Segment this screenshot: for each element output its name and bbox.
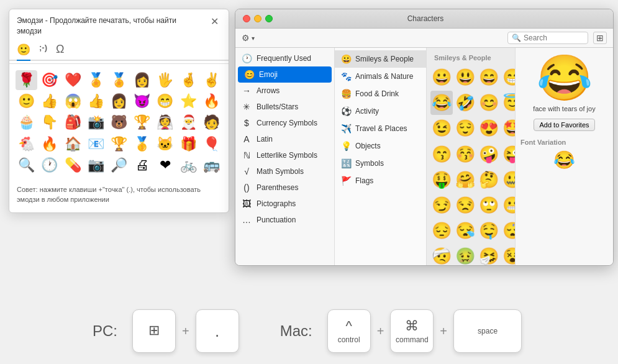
win-emoji-v[interactable]: ✌️ [201, 70, 222, 90]
win-emoji-bride[interactable]: 👰 [154, 112, 176, 132]
mac-emoji-45[interactable]: 😵 [501, 244, 515, 265]
mac-emoji-15[interactable]: 🤩 [501, 116, 515, 140]
mac-cat-parens[interactable]: () Parentheses [235, 180, 334, 196]
win-emoji-person[interactable]: 🧑 [201, 112, 222, 132]
mac-emoji-37[interactable]: 😪 [454, 219, 476, 243]
mac-grid-view-button[interactable]: ⊞ [593, 32, 607, 44]
win-emoji-clock[interactable]: 🕐 [39, 155, 60, 175]
win-close-button[interactable]: ✕ [208, 16, 221, 28]
win-emoji-thumbsup[interactable]: 👍 [39, 91, 60, 111]
win-emoji-rose[interactable]: 🌹 [16, 70, 37, 90]
mac-emoji-21[interactable]: 😜 [501, 142, 515, 166]
win-emoji-woman2[interactable]: 👩 [108, 91, 130, 111]
win-emoji-star[interactable]: ⭐ [178, 91, 199, 111]
mac-cat-pictographs[interactable]: 🖼 Pictographs [235, 196, 334, 212]
win-emoji-bus[interactable]: 🚌 [201, 155, 222, 175]
win-tab-smiley[interactable]: 🙂 [17, 43, 30, 61]
win-emoji-trophy[interactable]: 🏆 [131, 112, 153, 132]
win-emoji-balloon[interactable]: 🎈 [201, 134, 222, 154]
mac-emoji-38[interactable]: 🤤 [478, 219, 500, 243]
mac-subcat-food[interactable]: 🍔 Food & Drink [335, 85, 426, 102]
mac-emoji-9[interactable]: 😇 [501, 91, 515, 115]
mac-cat-letterlike[interactable]: ℕ Letterlike Symbols [235, 147, 334, 163]
mac-emoji-8[interactable]: 😊 [478, 91, 500, 115]
mac-emoji-33[interactable]: 😬 [501, 193, 515, 217]
win-emoji-mag[interactable]: 🔎 [108, 155, 130, 175]
mac-emoji-32[interactable]: 🙄 [478, 193, 500, 217]
win-emoji-fire2[interactable]: 🔥 [201, 91, 222, 111]
mac-cat-latin[interactable]: A Latin [235, 131, 334, 147]
mac-emoji-19[interactable]: 😚 [454, 142, 476, 166]
mac-add-to-favorites-button[interactable]: Add to Favorites [534, 119, 594, 131]
win-emoji-smile[interactable]: 🙂 [16, 91, 37, 111]
win-emoji-fingers[interactable]: 🤞 [178, 70, 199, 90]
win-emoji-santa[interactable]: 🎅 [178, 112, 199, 132]
mac-emoji-13[interactable]: 😌 [454, 116, 476, 140]
mac-cat-math[interactable]: √ Math Symbols [235, 163, 334, 180]
win-emoji-chicken[interactable]: 🐔 [16, 134, 37, 154]
win-emoji-devil[interactable]: 😈 [131, 91, 153, 111]
mac-emoji-14[interactable]: 😍 [478, 116, 500, 140]
control-key[interactable]: ^ control [327, 309, 371, 353]
mac-emoji-0[interactable]: 😀 [430, 65, 453, 89]
mac-emoji-44[interactable]: 🤧 [478, 244, 500, 265]
win-emoji-thumbsup2[interactable]: 👍 [85, 91, 107, 111]
mac-search-input[interactable] [524, 34, 584, 42]
mac-gear-button[interactable]: ⚙ ▾ [242, 33, 255, 43]
windows-key[interactable]: ⊞ [132, 309, 176, 353]
space-key[interactable]: space [453, 309, 522, 353]
win-emoji-bear[interactable]: 🐻 [108, 112, 130, 132]
win-emoji-scream[interactable]: 😱 [61, 91, 83, 111]
win-tab-text[interactable]: ;-) [39, 43, 47, 56]
mac-emoji-39[interactable]: 😴 [501, 219, 515, 243]
mac-emoji-27[interactable]: 🤐 [501, 168, 515, 192]
win-emoji-medal1[interactable]: 🏅 [85, 70, 107, 90]
mac-emoji-26[interactable]: 🤔 [478, 168, 500, 192]
win-emoji-camera[interactable]: 📸 [85, 112, 107, 132]
mac-emoji-31[interactable]: 😒 [454, 193, 476, 217]
mac-cat-currency[interactable]: $ Currency Symbols [235, 115, 334, 131]
win-emoji-house[interactable]: 🏠 [61, 134, 83, 154]
win-emoji-cat[interactable]: 🐱 [154, 134, 176, 154]
win-emoji-medal2[interactable]: 🏅 [108, 70, 130, 90]
mac-emoji-2[interactable]: 😄 [478, 65, 500, 89]
win-emoji-email[interactable]: 📧 [85, 134, 107, 154]
mac-subcat-animals[interactable]: 🐾 Animals & Nature [335, 68, 426, 85]
win-emoji-finger[interactable]: 👇 [39, 112, 60, 132]
mac-cat-frequently-used[interactable]: 🕐 Frequently Used [235, 50, 334, 66]
mac-subcat-flags[interactable]: 🚩 Flags [335, 172, 426, 189]
command-key[interactable]: ⌘ command [390, 309, 434, 353]
win-emoji-printer[interactable]: 🖨 [131, 155, 153, 175]
mac-subcat-activity[interactable]: ⚽ Activity [335, 102, 426, 120]
mac-font-variation-emoji[interactable]: 😂 [553, 150, 575, 170]
mac-subcat-symbols[interactable]: 🔣 Symbols [335, 155, 426, 172]
mac-emoji-6[interactable]: 😂 [430, 91, 453, 115]
win-emoji-woman[interactable]: 👩 [131, 70, 153, 90]
win-emoji-bicycle[interactable]: 🚲 [178, 155, 199, 175]
win-emoji-grin[interactable]: 😁 [154, 91, 176, 111]
win-emoji-gold[interactable]: 🥇 [131, 134, 153, 154]
mac-emoji-1[interactable]: 😃 [454, 65, 476, 89]
mac-cat-punctuation[interactable]: … Punctuation [235, 212, 334, 228]
mac-subcat-objects[interactable]: 💡 Objects [335, 137, 426, 155]
win-emoji-bag[interactable]: 🎒 [61, 112, 83, 132]
mac-emoji-18[interactable]: 😙 [430, 142, 453, 166]
mac-emoji-25[interactable]: 🤗 [454, 168, 476, 192]
win-emoji-trophy2[interactable]: 🏆 [108, 134, 130, 154]
win-emoji-fire[interactable]: 🔥 [39, 134, 60, 154]
mac-emoji-24[interactable]: 🤑 [430, 168, 453, 192]
mac-emoji-20[interactable]: 🤪 [478, 142, 500, 166]
win-emoji-dart[interactable]: 🎯 [39, 70, 60, 90]
mac-emoji-7[interactable]: 🤣 [454, 91, 476, 115]
mac-search-box[interactable]: 🔍 [507, 32, 588, 44]
mac-emoji-36[interactable]: 😔 [430, 219, 453, 243]
mac-cat-emoji[interactable]: 😊 Emoji [238, 66, 332, 83]
mac-cat-arrows[interactable]: → Arrows [235, 83, 334, 99]
mac-subcat-smileys[interactable]: 😀 Smileys & People [335, 50, 426, 68]
win-emoji-heart2[interactable]: ❤ [154, 155, 176, 175]
win-emoji-cupcake[interactable]: 🧁 [16, 112, 37, 132]
win-tab-symbols[interactable]: Ω [56, 43, 64, 56]
win-emoji-search[interactable]: 🔍 [16, 155, 37, 175]
period-key[interactable]: . [196, 309, 239, 353]
win-emoji-pill[interactable]: 💊 [61, 155, 83, 175]
